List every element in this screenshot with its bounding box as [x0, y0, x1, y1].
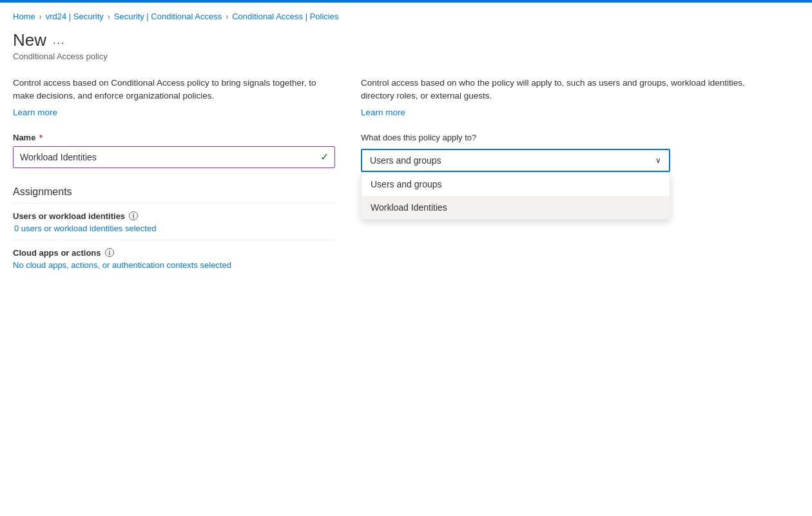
name-label: Name * [13, 133, 335, 142]
right-panel: Control access based on who the policy w… [361, 77, 760, 272]
assignments-title: Assignments [13, 186, 335, 204]
left-description: Control access based on Conditional Acce… [13, 77, 335, 103]
cloud-apps-value[interactable]: No cloud apps, actions, or authenticatio… [13, 260, 335, 270]
page-title-text: New [13, 30, 46, 50]
policy-apply-dropdown[interactable]: Users and groups ∨ [361, 149, 670, 172]
info-icon-users: i [129, 211, 138, 220]
name-section: Name * ✓ [13, 133, 335, 168]
dropdown-wrapper: Users and groups ∨ Users and groups Work… [361, 149, 670, 172]
breadcrumb-conditional-access[interactable]: Security | Conditional Access [114, 12, 222, 21]
apply-label: What does this policy apply to? [361, 133, 760, 142]
info-icon-cloud: i [105, 248, 114, 257]
breadcrumb-sep-2: › [108, 12, 110, 21]
page-header: New ... Conditional Access policy [0, 28, 812, 64]
left-panel: Control access based on Conditional Acce… [13, 77, 335, 272]
page-subtitle: Conditional Access policy [13, 52, 799, 61]
assignments-section: Assignments Users or workload identities… [13, 186, 335, 272]
assignment-item-value[interactable]: 0 users or workload identities selected [13, 224, 335, 233]
name-input-wrapper: ✓ [13, 146, 335, 168]
users-workload-item: Users or workload identities i 0 users o… [13, 204, 335, 240]
breadcrumb-security[interactable]: vrd24 | Security [46, 12, 104, 21]
cloud-apps-section: Cloud apps or actions i No cloud apps, a… [13, 240, 335, 272]
main-content: Control access based on Conditional Acce… [0, 64, 773, 285]
cloud-apps-header: Cloud apps or actions i [13, 248, 335, 258]
dropdown-selected-value: Users and groups [370, 155, 441, 166]
apply-section: What does this policy apply to? Users an… [361, 133, 760, 213]
right-description: Control access based on who the policy w… [361, 77, 760, 103]
breadcrumb-home[interactable]: Home [13, 12, 35, 21]
dropdown-option-users-groups[interactable]: Users and groups [362, 173, 670, 196]
breadcrumb: Home › vrd24 | Security › Security | Con… [0, 3, 812, 28]
breadcrumb-sep-3: › [226, 12, 228, 21]
dropdown-option-workload-identities[interactable]: Workload Identities [362, 196, 670, 219]
name-input[interactable] [13, 146, 335, 168]
right-learn-more[interactable]: Learn more [361, 108, 405, 117]
left-learn-more[interactable]: Learn more [13, 108, 57, 117]
breadcrumb-sep-1: › [39, 12, 42, 21]
page-title-ellipsis[interactable]: ... [53, 35, 65, 46]
breadcrumb-policies[interactable]: Conditional Access | Policies [232, 12, 338, 21]
page-title-row: New ... [13, 30, 799, 50]
chevron-down-icon: ∨ [655, 156, 661, 165]
assignment-item-header: Users or workload identities i [13, 211, 335, 221]
required-star: * [37, 133, 43, 142]
checkmark-icon: ✓ [320, 151, 329, 163]
dropdown-menu: Users and groups Workload Identities [361, 172, 670, 220]
